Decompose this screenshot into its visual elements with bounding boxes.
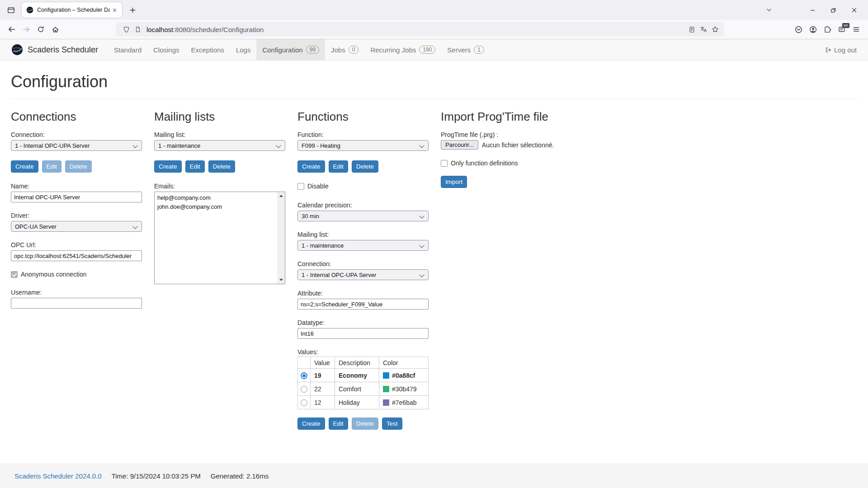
home-button[interactable]	[48, 22, 62, 37]
values-edit-button[interactable]: Edit	[329, 418, 348, 430]
mailing-edit-button[interactable]: Edit	[185, 160, 205, 173]
values-create-button[interactable]: Create	[297, 418, 325, 430]
site-favicon	[26, 6, 33, 14]
minimize-icon	[810, 7, 816, 13]
email-list-item[interactable]: john.doe@company.com	[155, 202, 277, 211]
reload-button[interactable]	[33, 22, 48, 37]
scaderis-logo	[11, 44, 23, 56]
close-icon	[112, 8, 117, 13]
mailing-list-select[interactable]: 1 - maintenance	[154, 140, 285, 151]
browser-tab-bar: Configuration – Scheduler Dash	[0, 0, 868, 20]
url-host: localhost	[146, 26, 173, 33]
functions-delete-button[interactable]: Delete	[352, 160, 378, 173]
bookmark-star-icon[interactable]	[709, 23, 721, 35]
reload-icon	[37, 26, 44, 33]
connections-create-button[interactable]: Create	[11, 160, 38, 173]
menu-hamburger-icon[interactable]	[849, 22, 863, 37]
nav-item-closings[interactable]: Closings	[147, 39, 185, 60]
value-radio[interactable]	[301, 386, 307, 393]
nav-item-servers[interactable]: Servers1	[441, 39, 490, 60]
function-connection-select[interactable]: 1 - Internal OPC-UPA Server	[297, 269, 429, 280]
logout-link[interactable]: Log out	[813, 39, 868, 60]
name-label: Name:	[11, 183, 142, 190]
brand-link[interactable]: Scaderis Scheduler	[11, 39, 98, 60]
username-input[interactable]	[11, 298, 142, 309]
scroll-up-icon[interactable]	[279, 195, 283, 197]
reader-mode-icon[interactable]	[686, 23, 698, 35]
datatype-input[interactable]	[297, 328, 429, 339]
functions-create-button[interactable]: Create	[297, 160, 325, 173]
functions-edit-button[interactable]: Edit	[329, 160, 348, 173]
color-hex: #7e6bab	[392, 399, 417, 406]
translate-extension-icon[interactable]: en	[835, 22, 849, 37]
function-select[interactable]: F099 - Heating	[297, 140, 429, 151]
nav-item-recurring-jobs[interactable]: Recurring Jobs190	[364, 39, 441, 60]
table-row-holiday: 12 Holiday #7e6bab	[298, 396, 429, 409]
minimize-button[interactable]	[802, 0, 823, 20]
email-list-item[interactable]: help@company.com	[155, 193, 277, 202]
function-connection-label: Connection:	[297, 260, 429, 267]
datatype-label: Datatype:	[297, 319, 429, 326]
nav-item-jobs[interactable]: Jobs0	[325, 39, 364, 60]
page-title: Configuration	[11, 72, 857, 91]
connections-edit-button[interactable]: Edit	[42, 160, 61, 173]
nav-item-exceptions[interactable]: Exceptions	[185, 39, 230, 60]
connections-delete-button[interactable]: Delete	[65, 160, 92, 173]
calendar-precision-select[interactable]: 30 min	[297, 211, 429, 221]
site-security-page-icon[interactable]	[132, 23, 144, 35]
chevron-down-icon	[766, 7, 772, 13]
translate-page-icon[interactable]	[698, 23, 709, 35]
count-badge: 0	[349, 46, 359, 54]
tab-close-button[interactable]	[110, 5, 119, 14]
back-button[interactable]	[5, 22, 19, 37]
attribute-label: Attribute:	[297, 290, 429, 297]
toolbar-right-icons: en	[791, 22, 863, 37]
emails-scrollbar[interactable]	[277, 192, 285, 284]
new-tab-button[interactable]	[126, 3, 139, 17]
scroll-down-icon[interactable]	[279, 279, 283, 281]
mailing-delete-button[interactable]: Delete	[208, 160, 235, 173]
functions-section: Functions Function: F099 - Heating Creat…	[297, 110, 429, 440]
nav-item-standard[interactable]: Standard	[108, 39, 147, 60]
browser-tab-active[interactable]: Configuration – Scheduler Dash	[22, 2, 122, 18]
name-input[interactable]	[11, 192, 142, 202]
mailing-create-button[interactable]: Create	[154, 160, 182, 173]
values-test-button[interactable]: Test	[382, 418, 402, 430]
browser-toolbar: localhost:8080/scheduler/Configuration	[0, 20, 868, 39]
version-link[interactable]: Scaderis Scheduler 2024.0.0	[14, 472, 102, 480]
values-table: Value Description Color 19 Economy #0a88…	[297, 357, 429, 409]
only-function-definitions-checkbox[interactable]	[441, 160, 448, 167]
restore-icon	[830, 7, 836, 13]
values-delete-button[interactable]: Delete	[352, 418, 378, 430]
plus-icon	[129, 7, 136, 14]
nav-item-logs[interactable]: Logs	[230, 39, 257, 60]
driver-select[interactable]: OPC-UA Server	[11, 221, 142, 232]
list-all-tabs-button[interactable]	[761, 2, 777, 18]
connections-heading: Connections	[11, 110, 142, 124]
browse-file-button[interactable]: Parcourir...	[441, 140, 478, 150]
app-footer: Scaderis Scheduler 2024.0.0 Time: 9/15/2…	[0, 464, 868, 488]
restore-button[interactable]	[823, 0, 844, 20]
account-icon[interactable]	[806, 22, 820, 37]
function-mailing-list-select[interactable]: 1 - maintenance	[297, 240, 429, 251]
import-button[interactable]: Import	[441, 176, 467, 188]
nav-item-configuration[interactable]: Configuration99	[256, 39, 325, 60]
attribute-input[interactable]	[297, 299, 429, 310]
anonymous-connection-checkbox[interactable]	[11, 271, 18, 278]
extensions-puzzle-icon[interactable]	[820, 22, 835, 37]
value-radio[interactable]	[301, 399, 307, 406]
opc-url-input[interactable]	[11, 250, 142, 261]
emails-listbox[interactable]: help@company.com john.doe@company.com	[154, 192, 285, 284]
tracking-protection-shield-icon[interactable]	[120, 23, 132, 35]
disable-checkbox[interactable]	[297, 183, 304, 190]
color-hex: #0a88cf	[392, 372, 415, 379]
connection-select[interactable]: 1 - Internal OPC-UPA Server	[11, 140, 142, 151]
value-radio[interactable]	[301, 372, 307, 379]
url-bar[interactable]: localhost:8080/scheduler/Configuration	[116, 22, 724, 37]
close-window-button[interactable]	[844, 0, 864, 20]
firefox-view-button[interactable]	[4, 3, 18, 17]
pocket-icon[interactable]	[791, 22, 806, 37]
opc-url-label: OPC Url:	[11, 241, 142, 249]
forward-button[interactable]	[19, 22, 33, 37]
back-arrow-icon	[8, 25, 16, 33]
